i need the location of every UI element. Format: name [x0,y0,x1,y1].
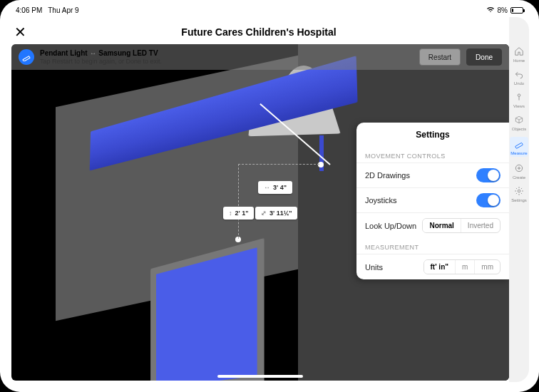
objects-icon [513,114,525,125]
measurement-section-label: MEASUREMENT [356,238,509,254]
close-button[interactable]: ✕ [14,24,26,41]
page-title: Future Cares Children's Hospital [181,26,336,38]
rail-views[interactable]: Views [510,91,528,108]
arrow-diag-icon: ⤢ [261,210,267,217]
rail-measure-label: Measure [510,151,527,155]
rail-create-label: Create [513,175,525,180]
home-icon [513,46,525,57]
right-sidebar: Home Undo Views Objects Measure Create S… [509,17,529,382]
views-icon [513,91,525,103]
measure-vert-guide [238,164,239,239]
row-look-updown: Look Up/Down Normal Inverted [356,212,509,238]
movement-section-label: MOVEMENT CONTROLS [356,147,509,163]
rail-undo[interactable]: Undo [510,68,528,86]
status-time: 4:06 PM [16,6,42,14]
arrow-horiz-icon: ↔ [264,184,270,191]
title-row: ✕ Future Cares Children's Hospital [0,21,518,43]
undo-icon [513,68,525,80]
measure-label-horiz: ↔ 3' 4" [258,181,292,194]
svg-point-0 [518,94,520,97]
rail-create[interactable]: Create [510,163,528,180]
3d-viewport[interactable]: ↔ 3' 4" ↕ 2' 1" ⤢ 3' 11¼" Pendant Light … [11,44,509,381]
app-frame: 4:06 PM Thu Apr 9 8% ✕ Future Cares Chil… [0,0,539,392]
measure-icon [513,138,525,150]
rail-home-label: Home [513,58,525,63]
done-button[interactable]: Done [466,48,502,66]
toggle-2d-drawings[interactable] [476,168,500,182]
measure-endpoint-a[interactable] [318,162,324,167]
status-bar: 4:06 PM Thu Apr 9 8% [0,4,539,16]
status-date: Thu Apr 9 [48,6,78,14]
rail-settings[interactable]: Settings [510,185,528,202]
battery-icon [510,7,523,14]
wifi-icon [486,6,495,14]
rail-objects[interactable]: Objects [510,114,528,131]
measure-objects-label: Pendant Light ↔ Samsung LED TV [40,49,414,58]
svg-point-3 [518,190,520,192]
arrow-vert-icon: ↕ [229,210,232,217]
row-units: Units ft' in" m mm [356,254,509,279]
rail-measure[interactable]: Measure [510,137,528,157]
segmented-units[interactable]: ft' in" m mm [423,259,500,274]
measure-hint: Tap Restart to begin again, or Done to e… [40,58,414,65]
segmented-look[interactable]: Normal Inverted [422,218,500,233]
look-inverted-option[interactable]: Inverted [461,219,500,232]
unit-m-option[interactable]: m [455,260,474,274]
home-indicator[interactable] [217,375,303,378]
rail-views-label: Views [513,104,525,108]
ruler-icon [19,49,34,65]
rail-home[interactable]: Home [510,46,528,63]
toggle-joysticks[interactable] [476,193,500,207]
unit-ftin-option[interactable]: ft' in" [424,260,455,274]
unit-mm-option[interactable]: mm [474,260,500,274]
rail-undo-label: Undo [514,81,524,86]
create-icon [513,163,525,174]
restart-button[interactable]: Restart [419,48,461,66]
rail-objects-label: Objects [512,127,526,131]
measure-overlay-bar: Pendant Light ↔ Samsung LED TV Tap Resta… [11,44,509,70]
rail-settings-label: Settings [511,198,527,202]
row-2d-drawings: 2D Drawings [356,163,509,187]
battery-pct: 8% [498,6,508,14]
row-joysticks: Joysticks [356,187,509,212]
settings-popover: Settings MOVEMENT CONTROLS 2D Drawings J… [356,123,509,279]
measure-label-vert: ↕ 2' 1" [223,207,254,220]
look-normal-option[interactable]: Normal [423,219,460,232]
settings-icon [513,185,525,197]
measure-label-diag: ⤢ 3' 11¼" [255,207,297,220]
svg-rect-4 [23,56,30,61]
svg-rect-1 [515,143,523,148]
between-icon: ↔ [89,49,96,57]
measure-horiz-guide [238,164,319,165]
settings-title: Settings [356,123,509,147]
